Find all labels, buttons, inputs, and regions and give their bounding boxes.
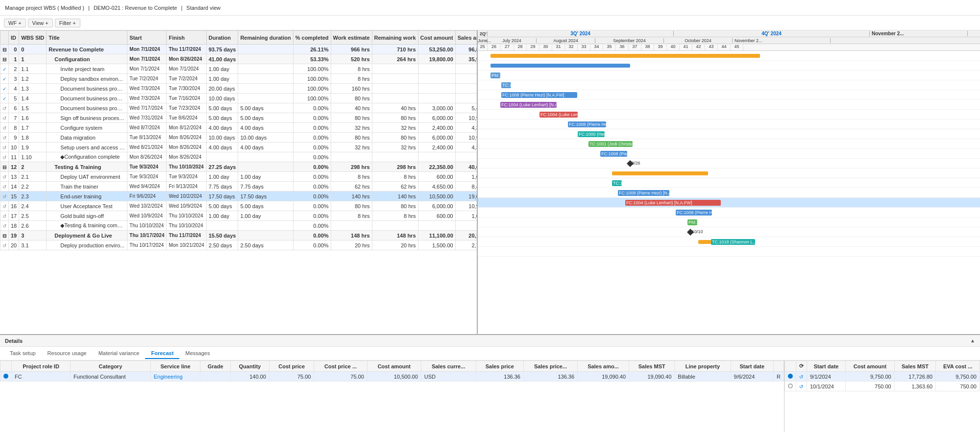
table-row[interactable]: ↺ 16 2.4 User Acceptance Test Wed 10/2/2… — [0, 201, 477, 211]
row-start: Thu 10/17/2024 — [127, 231, 167, 240]
details-col-lineprop: Line property — [675, 361, 731, 372]
row-finish: Tue 8/6/2024 — [167, 113, 206, 123]
details-col-radio — [0, 361, 12, 372]
row-title: Gold build sign-off — [47, 211, 127, 221]
project-label: DEMO-021 : Revenue to Complete — [94, 5, 177, 11]
table-row[interactable]: ↺ 18 2.6 ◆Testing & training comple... T… — [0, 221, 477, 231]
row-pct: 100.00% — [293, 94, 331, 103]
dr-radio-dot — [788, 374, 793, 379]
row-finish: Thu 10/10/2024 — [167, 211, 206, 221]
details-collapse-button[interactable]: ▲ — [970, 338, 975, 343]
row-wbs: 0 — [19, 45, 47, 54]
row-wbs: 2.3 — [19, 192, 47, 201]
row-dur: 27.25 days — [206, 162, 238, 172]
row-finish: Thu 10/10/2024 — [167, 221, 206, 231]
view-label[interactable]: Standard view — [186, 5, 220, 11]
row-rem-work — [372, 221, 418, 231]
row-work: 520 hrs — [331, 54, 372, 64]
row-id: 16 — [9, 201, 19, 211]
row-start: Tue 9/3/2024 — [127, 162, 167, 172]
row-finish: Mon 8/26/2024 — [167, 133, 206, 143]
table-row[interactable]: ↺ 15 2.3 End-user training Fri 9/6/2024 … — [0, 192, 477, 201]
gantt-header-months: June... July 2024 August 2024 September … — [478, 37, 980, 44]
dr-col-sync: ⟳ — [796, 361, 807, 372]
row-start: Wed 9/4/2024 — [127, 182, 167, 192]
gantt-bar: FC:1008 (Pierre Hezi) [N.A.FW] — [501, 92, 577, 98]
table-row[interactable]: ⊟ 19 3 Deployment & Go Live Thu 10/17/20… — [0, 231, 477, 240]
details-sprice2: 136.36 — [524, 372, 578, 382]
row-rem-dur — [238, 74, 293, 84]
row-finish: Thu 11/7/2024 — [167, 45, 206, 54]
table-row[interactable]: ⊟ 12 2 Testing & Training Tue 9/3/2024 T… — [0, 162, 477, 172]
tab-material-variance[interactable]: Material variance — [93, 348, 146, 359]
row-rem-work: 8 hrs — [372, 211, 418, 221]
row-title: End-user training — [47, 192, 127, 201]
row-work: 8 hrs — [331, 74, 372, 84]
gantt-bar: TC:1003 (Ted Howard) — [501, 82, 511, 88]
tab-task-setup[interactable]: Task setup — [4, 348, 42, 359]
table-row[interactable]: ↺ 11 1.10 ◆Configuration complete Mon 8/… — [0, 152, 477, 162]
row-start: Tue 8/13/2024 — [127, 133, 167, 143]
col-duration: Duration — [206, 31, 238, 45]
row-work: 80 hrs — [331, 113, 372, 123]
table-row[interactable]: ⊟ 1 1 Configuration Mon 7/1/2024 Mon 8/2… — [0, 54, 477, 64]
table-row[interactable]: ↺ 10 1.9 Setup users and access ri... We… — [0, 143, 477, 152]
gantt-bar: TC:1018 (Shannon L... — [711, 239, 755, 245]
gantt-bar: FC:1008 (Pierre Hezi) [N.A.FW] — [600, 151, 627, 157]
details-role: FC — [12, 372, 71, 382]
view-button[interactable]: View + — [28, 19, 53, 27]
table-row[interactable]: ↺ 6 1.5 Document business proce... Wed 7… — [0, 103, 477, 113]
row-id: 1 — [9, 54, 19, 64]
table-row[interactable]: ✓ 5 1.4 Document business proce... Wed 7… — [0, 94, 477, 103]
gantt-row: TC:1005 (Theresa Jayne) — [478, 178, 980, 188]
tab-forecast[interactable]: Forecast — [145, 348, 179, 359]
dr-smst: 17,726.80 — [894, 372, 935, 382]
row-pct: 0.00% — [293, 240, 331, 250]
gantt-row: TC:1003 (Ted Howard) — [478, 80, 980, 90]
row-title: Train the trainer — [47, 182, 127, 192]
gantt-bar: FC:1004 (Luke Lenhart) [N.A.FW] — [625, 200, 721, 206]
details-col-grade: Grade — [200, 361, 230, 372]
row-wbs: 1.9 — [19, 143, 47, 152]
details-right-row[interactable]: ↺ 10/1/2024 750.00 1,363.60 750.00 — [785, 382, 980, 391]
table-row[interactable]: ↺ 7 1.6 Sign off business processes Wed … — [0, 113, 477, 123]
row-dur: 4.00 days — [206, 123, 238, 133]
details-col-service: Service line — [150, 361, 200, 372]
details-cprice: 75.00 — [269, 372, 314, 382]
details-left-table-wrap: Project role ID Category Service line Gr… — [0, 360, 784, 432]
row-id: 7 — [9, 113, 19, 123]
table-row[interactable]: ↺ 20 3.1 Deploy production enviro... Thu… — [0, 240, 477, 250]
table-row[interactable]: ↺ 8 1.7 Configure system Wed 8/7/2024 Mo… — [0, 123, 477, 133]
details-row[interactable]: FC Functional Consultant Engineering 140… — [0, 372, 784, 382]
tab-messages[interactable]: Messages — [179, 348, 216, 359]
gantt-bar: FC:1008 (Pierre Hezi), PM:1010 (El... — [676, 210, 712, 216]
col-cost: Cost amount — [418, 31, 455, 45]
table-row[interactable]: ↺ 17 2.5 Gold build sign-off Wed 10/9/20… — [0, 211, 477, 221]
row-dur: 20.00 days — [206, 84, 238, 94]
table-row[interactable]: ✓ 4 1.3 Document business proce... Wed 7… — [0, 84, 477, 94]
table-row[interactable]: ⊟ 0 0 Revenue to Complete Mon 7/1/2024 T… — [0, 45, 477, 54]
gantt-bar: PM:1002 (Charlie Carson) — [490, 72, 500, 78]
table-row[interactable]: ✓ 2 1.1 Invite project team Mon 7/1/2024… — [0, 64, 477, 74]
details-right-row[interactable]: ↺ 9/1/2024 9,750.00 17,726.80 9,750.00 — [785, 372, 980, 382]
gantt-row: FC:1008 (Pierre Hezi), PM:1002 (Charlie … — [478, 120, 980, 129]
details-right-panel: ⟳ Start date Cost amount Sales MST EVA c… — [784, 360, 980, 432]
row-work — [331, 221, 372, 231]
filter-button[interactable]: Filter + — [55, 19, 80, 27]
row-pct: 0.00% — [293, 172, 331, 182]
tab-resource-usage[interactable]: Resource usage — [42, 348, 93, 359]
row-work — [331, 152, 372, 162]
gantt-row: 8/26 — [478, 159, 980, 168]
quarter-nov: November 2... — [870, 31, 968, 36]
table-row[interactable]: ↺ 9 1.8 Data migration Tue 8/13/2024 Mon… — [0, 133, 477, 143]
table-row[interactable]: ✓ 3 1.2 Deploy sandbox environ... Tue 7/… — [0, 74, 477, 84]
table-row[interactable]: ↺ 13 2.1 Deploy UAT environment Tue 9/3/… — [0, 172, 477, 182]
month-aug: August 2024 — [537, 38, 595, 43]
gantt-bar — [490, 64, 630, 68]
row-dur — [206, 221, 238, 231]
row-id: 3 — [9, 74, 19, 84]
wf-button[interactable]: WF + — [4, 19, 26, 27]
row-work: 80 hrs — [331, 201, 372, 211]
table-row[interactable]: ↺ 14 2.2 Train the trainer Wed 9/4/2024 … — [0, 182, 477, 192]
row-icon: ↺ — [0, 240, 9, 250]
